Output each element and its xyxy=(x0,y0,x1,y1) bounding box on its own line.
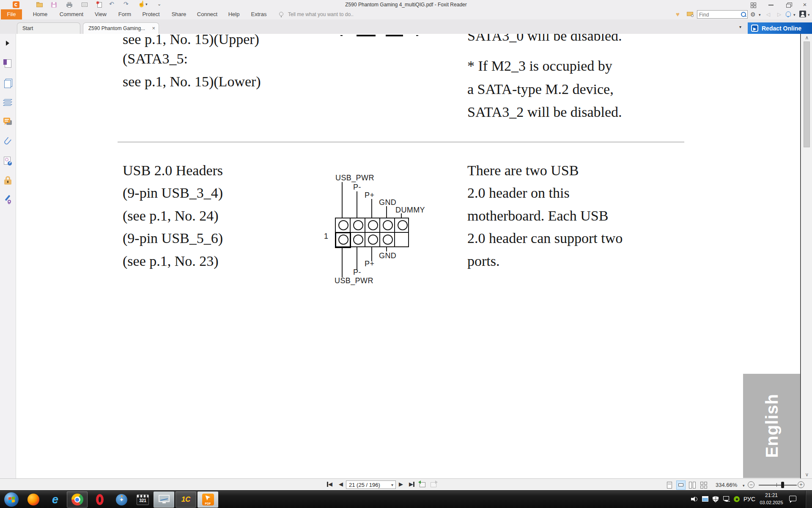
defender-shield-icon[interactable] xyxy=(713,496,719,502)
taskbar-1c-icon[interactable]: 1С xyxy=(176,491,196,508)
show-desktop-button[interactable] xyxy=(805,491,812,508)
menu-home[interactable]: Home xyxy=(33,9,48,19)
facing-view-button[interactable] xyxy=(688,480,697,490)
document-tab-bar: Start Z590 Phantom Gaming... × ▾ ▶ Redac… xyxy=(0,19,812,34)
doc-line: SATA3_2 will be disabled. xyxy=(467,104,622,120)
taskbar-firefox-icon[interactable] xyxy=(23,491,44,508)
bell-caret[interactable]: ▾ xyxy=(793,13,796,17)
onec-label: 1С xyxy=(181,495,191,504)
redact-online-button[interactable]: ▶ Redact Online xyxy=(748,22,812,34)
mpc-321-label: 321 xyxy=(137,497,148,504)
taskbar-foxit-icon[interactable]: PDF xyxy=(198,491,218,508)
tray-clock[interactable]: 21:21 03.02.2025 xyxy=(760,492,783,506)
menu-share[interactable]: Share xyxy=(172,9,187,19)
continuous-facing-view-button[interactable] xyxy=(699,480,708,490)
vertical-scrollbar[interactable]: ∧ ∨ xyxy=(802,34,812,478)
tab-list-caret[interactable]: ▾ xyxy=(739,25,741,29)
tray-time: 21:21 xyxy=(760,492,783,499)
taskbar-opera-icon[interactable] xyxy=(89,491,110,508)
continuous-view-button[interactable] xyxy=(676,480,686,490)
action-center-icon[interactable] xyxy=(789,496,796,501)
comments-panel-icon[interactable] xyxy=(3,118,13,127)
redact-arrow-icon: ▶ xyxy=(751,25,758,32)
kvm-window-icon[interactable] xyxy=(702,496,708,502)
search-folder-icon[interactable] xyxy=(687,12,693,16)
nvidia-icon[interactable] xyxy=(734,496,740,502)
scroll-up-icon[interactable]: ∧ xyxy=(802,35,812,41)
avatar-caret[interactable]: ▾ xyxy=(808,13,810,17)
doc-line: 2.0 header can support two xyxy=(467,230,623,246)
scroll-down-icon[interactable]: ∨ xyxy=(802,472,812,478)
fullscreen-toggle-icon[interactable] xyxy=(748,1,759,8)
tab-document[interactable]: Z590 Phantom Gaming... × xyxy=(83,22,159,34)
doc-line: see p.1, No. 15)(Upper) xyxy=(123,34,259,47)
pin-lead-line xyxy=(357,191,357,218)
zoom-out-button[interactable]: − xyxy=(748,481,754,488)
previous-page-button[interactable]: ◀ xyxy=(339,481,343,487)
taskbar-mpc-icon[interactable]: 321 xyxy=(132,491,153,508)
settings-caret[interactable]: ▾ xyxy=(759,13,761,17)
taskbar-compass-browser-icon[interactable]: ✦ xyxy=(111,491,132,508)
zoom-slider-track[interactable] xyxy=(759,485,797,486)
last-page-button[interactable]: ▶ xyxy=(409,481,414,487)
foxit-reader-window: ✱ ↶ ↷ ☝ ▾ ⌄ Z590 Phantom Gaming 4_multiQ… xyxy=(0,0,812,508)
menu-view[interactable]: View xyxy=(95,9,107,19)
language-indicator[interactable]: РУС xyxy=(743,496,755,502)
close-button[interactable]: × xyxy=(799,1,810,8)
pin-circle xyxy=(383,235,393,245)
single-page-view-button[interactable] xyxy=(665,480,674,490)
menu-comment[interactable]: Comment xyxy=(60,9,83,19)
bookmarks-panel-icon[interactable] xyxy=(3,59,13,69)
foxit-pdf-label: PDF xyxy=(202,502,214,505)
tell-me-search[interactable]: Tell me what you want to do.. xyxy=(288,9,354,19)
zoom-in-button[interactable]: + xyxy=(798,481,804,488)
network-icon[interactable] xyxy=(723,496,730,502)
find-input[interactable] xyxy=(697,11,740,19)
history-back-icon[interactable]: ◁ xyxy=(766,11,770,17)
zoom-caret[interactable]: ▾ xyxy=(743,483,745,488)
tab-start[interactable]: Start xyxy=(17,22,80,34)
notification-bell-icon[interactable] xyxy=(786,11,791,17)
taskbar-chrome-icon[interactable] xyxy=(67,491,88,508)
tab-start-label: Start xyxy=(22,25,33,31)
doc-line: SATA3_0 will be disabled. xyxy=(467,34,622,44)
volume-icon[interactable] xyxy=(691,496,698,502)
taskbar-ie-icon[interactable]: e xyxy=(45,491,66,508)
menu-extras[interactable]: Extras xyxy=(251,9,267,19)
restore-button[interactable] xyxy=(783,1,794,8)
menu-form[interactable]: Form xyxy=(118,9,131,19)
layers-panel-icon[interactable] xyxy=(3,98,13,108)
scrollbar-thumb[interactable] xyxy=(804,41,810,147)
next-view-button[interactable] xyxy=(431,482,436,487)
tab-close-icon[interactable]: × xyxy=(152,23,155,34)
page-box-caret[interactable]: ▾ xyxy=(391,481,393,489)
minimize-button[interactable] xyxy=(765,1,776,8)
fields-panel-icon[interactable] xyxy=(3,157,13,166)
history-forward-icon[interactable]: ▷ xyxy=(777,11,781,17)
first-page-button[interactable]: ◀ xyxy=(327,481,332,487)
previous-view-button[interactable] xyxy=(420,482,425,487)
pdf-page-view[interactable]: see p.1, No. 15)(Upper) (SATA3_5: see p.… xyxy=(16,34,802,478)
menu-file[interactable]: File xyxy=(1,9,22,19)
taskbar-system-monitor-icon[interactable] xyxy=(154,491,174,508)
next-page-button[interactable]: ▶ xyxy=(399,481,403,487)
security-lock-icon[interactable] xyxy=(3,176,13,185)
start-button[interactable] xyxy=(4,492,19,507)
user-avatar[interactable] xyxy=(799,11,806,17)
pin-lead-line xyxy=(371,199,372,218)
menu-help[interactable]: Help xyxy=(228,9,240,19)
page-number-box[interactable]: 21 (25 / 196) ▾ xyxy=(346,480,396,489)
zoom-slider-thumb[interactable] xyxy=(781,482,784,488)
pages-panel-icon[interactable] xyxy=(3,79,13,88)
favorites-heart-icon[interactable]: ♥ xyxy=(676,11,680,18)
menu-connect[interactable]: Connect xyxy=(197,9,217,19)
settings-gear-icon[interactable]: ⚙ xyxy=(750,11,756,18)
menu-protect[interactable]: Protect xyxy=(142,9,159,19)
digital-signature-icon[interactable] xyxy=(3,195,13,204)
search-icon[interactable] xyxy=(741,12,746,17)
attachments-panel-icon[interactable] xyxy=(3,137,13,146)
diagram-remnant xyxy=(357,35,376,36)
zoom-level-value[interactable]: 334.66% xyxy=(716,482,737,488)
redact-label: Redact Online xyxy=(762,25,801,32)
expand-panel-icon[interactable] xyxy=(6,41,9,46)
